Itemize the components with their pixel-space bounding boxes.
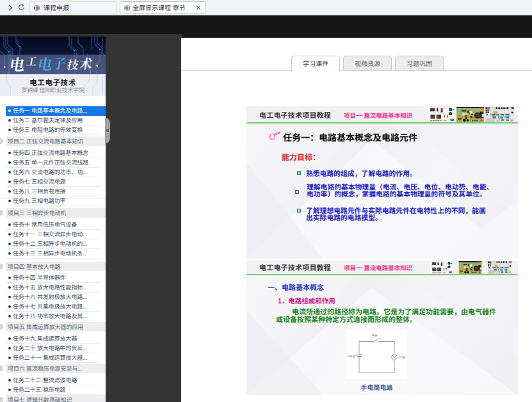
svg-text:干电池: 干电池 — [347, 354, 356, 358]
svg-text:开关: 开关 — [372, 334, 378, 337]
svg-text:灯泡: 灯泡 — [399, 355, 406, 359]
